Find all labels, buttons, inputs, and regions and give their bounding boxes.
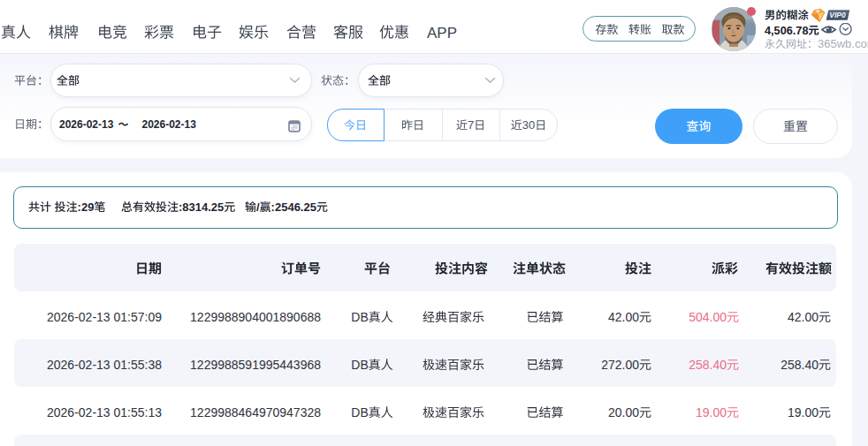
svg-text:30: 30 [522,118,535,132]
svg-text:42.00: 42.00 [608,310,639,324]
svg-text:258.40: 258.40 [689,358,727,372]
svg-text:2026-02-13: 2026-02-13 [142,118,197,131]
svg-text::2546.25: :2546.25 [271,200,316,214]
svg-text:272.00: 272.00 [601,358,639,372]
svg-text:42.00: 42.00 [788,310,819,324]
svg-text:2026-02-13 01:57:09: 2026-02-13 01:57:09 [47,310,162,324]
svg-text::8314.25: :8314.25 [179,200,224,214]
svg-text:1229988591995443968: 1229988591995443968 [190,358,321,372]
svg-text:2026-02-13: 2026-02-13 [59,118,114,131]
svg-text:DB: DB [351,405,368,420]
svg-text:258.40: 258.40 [780,358,819,372]
svg-text:19.00: 19.00 [696,405,727,420]
svg-text:VIP0: VIP0 [829,11,846,19]
svg-text:APP: APP [427,25,457,42]
svg-text:365wb.com: 365wb.com [818,37,868,50]
svg-text:7: 7 [468,118,474,132]
svg-text:2026-02-13 01:55:38: 2026-02-13 01:55:38 [47,358,162,372]
svg-text:20.00: 20.00 [608,405,639,420]
svg-text:DB: DB [351,310,368,324]
svg-text:504.00: 504.00 [689,310,727,324]
svg-text:2026-02-13 01:55:13: 2026-02-13 01:55:13 [47,405,162,420]
svg-text:4,506.78: 4,506.78 [765,25,808,37]
svg-text:19.00: 19.00 [788,405,819,420]
svg-text:1229988904001890688: 1229988904001890688 [190,310,321,324]
svg-text::29: :29 [78,200,95,214]
svg-text:DB: DB [351,358,368,372]
svg-text:1229988464970947328: 1229988464970947328 [190,405,321,420]
svg-text:/: / [256,200,260,214]
